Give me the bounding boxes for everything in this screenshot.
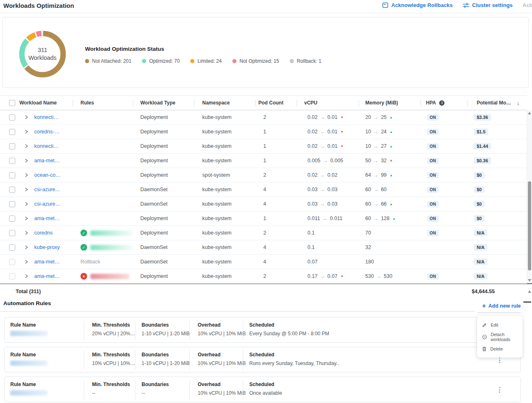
rule-scheduled-column: ScheduledRuns every Sunday, Tuesday, Thu… xyxy=(249,352,339,366)
row-checkbox[interactable] xyxy=(9,187,15,193)
optimized-dot-icon xyxy=(142,59,146,63)
metric-to: 0.01 xyxy=(327,129,337,135)
rule-overhead-value: 10% vCPU | 10% MiB xyxy=(198,390,246,396)
row-checkbox[interactable] xyxy=(9,129,15,135)
rule-thresholds-label: Min. Thresholds xyxy=(92,322,135,328)
row-checkbox[interactable] xyxy=(9,201,15,207)
row-checkbox[interactable] xyxy=(9,172,15,178)
workload-name-link[interactable]: kube-proxy xyxy=(34,244,60,250)
rule-scheduled-column: ScheduledOnce available xyxy=(249,382,282,396)
not-attached-dot-icon xyxy=(85,59,89,63)
hpa-badge: ON xyxy=(427,172,439,178)
rule-scheduled-label: Scheduled xyxy=(249,322,329,328)
expand-chevron-icon[interactable] xyxy=(25,260,28,264)
row-checkbox[interactable] xyxy=(9,114,15,121)
menu-item-edit[interactable]: Edit xyxy=(477,319,523,331)
col-workload-name: Workload Name xyxy=(19,100,57,106)
expand-chevron-icon[interactable] xyxy=(25,115,28,119)
workload-type-cell: DaemonSet xyxy=(133,259,194,265)
pod-count-cell: 2 xyxy=(255,273,297,279)
expand-chevron-icon[interactable] xyxy=(25,159,28,163)
workload-name-link[interactable]: ama-met… xyxy=(34,158,60,164)
col-potential[interactable]: Potential Mo… xyxy=(477,100,511,106)
arrow-right-icon: → xyxy=(323,158,328,164)
redacted-rule-name xyxy=(90,230,132,236)
hpa-badge: ON xyxy=(427,158,439,164)
workload-name-cell: csi-azure… xyxy=(0,201,73,207)
scroll-up-icon[interactable] xyxy=(528,112,531,114)
row-checkbox[interactable] xyxy=(9,230,15,236)
expand-chevron-icon[interactable] xyxy=(25,144,28,148)
workload-name-link[interactable]: coredns xyxy=(34,230,52,236)
workload-name-link[interactable]: konnecti… xyxy=(34,114,59,120)
workload-type-cell: Deployment xyxy=(133,143,194,149)
workload-name-cell: coredns-… xyxy=(0,129,73,135)
acknowledge-rollbacks-button[interactable]: Acknowledge Rollbacks xyxy=(382,2,453,8)
redacted-rule-name xyxy=(90,245,132,250)
workload-name-link[interactable]: csi-azure… xyxy=(34,187,60,192)
workload-name-link[interactable]: coredns-… xyxy=(34,129,59,135)
pencil-icon xyxy=(482,322,487,327)
workload-name-link[interactable]: ama-met… xyxy=(34,216,60,221)
workload-name-link[interactable]: konnecti… xyxy=(34,143,59,149)
expand-chevron-icon[interactable] xyxy=(25,173,28,177)
rule-menu-button[interactable] xyxy=(497,386,502,394)
workload-name-link[interactable]: ama-met… xyxy=(34,273,60,279)
table-scrollbar[interactable] xyxy=(527,110,532,283)
row-checkbox[interactable] xyxy=(9,273,15,280)
row-checkbox[interactable] xyxy=(9,244,15,251)
row-checkbox[interactable] xyxy=(9,158,15,164)
actions-button[interactable]: Action xyxy=(523,2,532,8)
memory-cell: 70 xyxy=(359,230,421,236)
trash-icon xyxy=(482,346,487,351)
expand-chevron-icon[interactable] xyxy=(25,274,28,278)
workloads-table-body: konnecti…Deploymentkube-system20.02→0.01… xyxy=(0,110,532,284)
page-title: Workloads Optimization xyxy=(3,2,74,9)
col-hpa: HPA xyxy=(426,100,436,106)
col-rules: Rules xyxy=(80,100,94,106)
arrow-right-icon: → xyxy=(374,187,378,192)
expand-chevron-icon[interactable] xyxy=(25,216,28,220)
expand-chevron-icon[interactable] xyxy=(25,187,28,192)
rule-thresholds-label: Min. Thresholds xyxy=(92,352,135,358)
cluster-settings-button[interactable]: Cluster settings xyxy=(463,2,513,8)
scrollbar-thumb[interactable] xyxy=(528,181,531,270)
workload-name-link[interactable]: ocean-co… xyxy=(34,172,61,178)
arrow-right-icon: → xyxy=(320,187,325,192)
metric-to: 0.01 xyxy=(327,143,337,149)
vcpu-cell: 0.03→0.03 xyxy=(297,187,359,192)
workload-name-link[interactable]: ama-met… xyxy=(34,259,60,265)
hpa-cell: ON xyxy=(421,230,467,236)
metric-to: 0.01 xyxy=(327,114,337,120)
rule-boundaries-label: Boundaries xyxy=(142,322,190,328)
row-checkbox[interactable] xyxy=(9,143,15,149)
lower-scrollbar-thumb[interactable] xyxy=(523,301,531,303)
workload-name-cell: ama-met… xyxy=(0,259,73,265)
scroll-down-icon[interactable] xyxy=(528,279,531,282)
expand-chevron-icon[interactable] xyxy=(25,231,28,235)
expand-chevron-icon[interactable] xyxy=(25,202,28,206)
sort-desc-icon[interactable]: ↓ xyxy=(517,100,520,106)
row-checkbox[interactable] xyxy=(9,216,15,222)
rule-overhead-label: Overhead xyxy=(198,322,246,328)
expand-chevron-icon[interactable] xyxy=(25,130,28,134)
expand-chevron-icon[interactable] xyxy=(25,245,28,249)
namespace-cell: kube-system xyxy=(194,273,255,279)
select-all-checkbox[interactable] xyxy=(9,100,15,106)
metric-from: 0.17 xyxy=(307,273,317,279)
arrow-right-icon: → xyxy=(374,114,378,120)
metric-from: 0.02 xyxy=(307,143,317,149)
hpa-info-icon[interactable]: i xyxy=(439,100,445,106)
memory-cell: 10→24▲ xyxy=(359,129,421,135)
add-new-rule-button[interactable]: + Add new rule xyxy=(482,303,521,309)
row-checkbox[interactable] xyxy=(9,259,15,265)
vcpu-cell: 0.03→0.03 xyxy=(297,201,359,207)
arrow-right-icon: → xyxy=(322,216,327,221)
metric-to: 25 xyxy=(381,114,387,120)
namespace-cell: kube-system xyxy=(194,114,255,120)
menu-item-detach-workloads[interactable]: Detach workloads xyxy=(477,331,523,343)
lower-scroll-up-icon[interactable] xyxy=(528,290,531,293)
menu-item-delete[interactable]: Delete xyxy=(477,343,523,355)
workload-name-link[interactable]: csi-azure… xyxy=(34,201,60,207)
table-row: coredns-…Deploymentkube-system10.02→0.01… xyxy=(0,125,527,139)
